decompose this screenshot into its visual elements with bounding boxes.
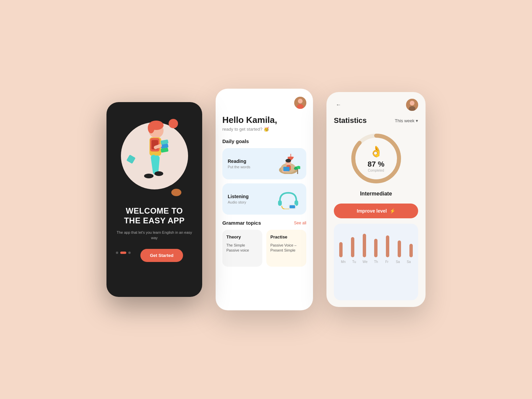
reading-label: Reading (228, 159, 274, 164)
svg-point-18 (154, 171, 163, 176)
chart-container: MnTuWeThFrSaSa (334, 224, 418, 300)
dot-3 (128, 252, 131, 254)
chart-bar-group (363, 234, 366, 257)
grammar-cards: Theory The Simple Passive voice Practise… (222, 230, 306, 267)
back-button[interactable]: ← (334, 100, 343, 109)
practise-card[interactable]: Practise Passive Voice – Present Simple (266, 230, 306, 267)
listening-illustration (274, 188, 301, 210)
this-week-button[interactable]: This week ▾ (395, 118, 418, 123)
chart-day-label: We (361, 260, 369, 264)
this-week-label: This week (395, 118, 414, 123)
theory-topic: The Simple Passive voice (226, 243, 258, 253)
welcome-title: WELCOME TOTHE EASY APP (124, 206, 185, 226)
welcome-screen: WELCOME TOTHE EASY APP The app that let'… (106, 102, 202, 297)
welcome-bottom: Get Started (116, 249, 193, 265)
chart-labels: MnTuWeThFrSaSa (339, 260, 413, 264)
chart-day-label: Fr (383, 260, 391, 264)
grammar-title: Grammar topics (222, 220, 261, 226)
welcome-content: WELCOME TOTHE EASY APP The app that let'… (106, 200, 202, 297)
listening-card-text: Listening Audio story (228, 194, 274, 204)
lightning-icon: ⚡ (390, 208, 395, 214)
stats-title: Statistics (334, 116, 367, 125)
reading-card-text: Reading Put the words (228, 159, 274, 169)
svg-point-17 (144, 174, 153, 178)
listening-goal-card[interactable]: Listening Audio story (222, 183, 306, 215)
svg-point-7 (148, 123, 154, 133)
stats-nav: ← (334, 99, 418, 111)
svg-line-14 (156, 146, 160, 147)
person-illustration (133, 121, 176, 191)
progress-section: 👌 87 % Completed Intermediate (334, 132, 418, 197)
chart-bar (374, 239, 378, 257)
chart-bar-group (409, 244, 413, 257)
practise-type: Practise (270, 234, 302, 239)
chart-bar (363, 234, 366, 257)
svg-point-26 (285, 159, 291, 162)
chart-bar (339, 242, 343, 257)
daily-goals-title: Daily goals (222, 138, 306, 144)
stats-title-row: Statistics This week ▾ (334, 116, 418, 125)
progress-percent: 87 % (367, 160, 384, 169)
welcome-dots (116, 252, 131, 254)
chevron-down-icon: ▾ (416, 118, 418, 123)
see-all-link[interactable]: See all (294, 221, 306, 225)
svg-rect-33 (278, 200, 281, 206)
svg-rect-36 (290, 205, 295, 208)
svg-rect-29 (283, 167, 289, 171)
screens-container: WELCOME TOTHE EASY APP The app that let'… (106, 89, 426, 310)
user-avatar (294, 97, 306, 109)
reading-goal-card[interactable]: Reading Put the words (222, 148, 306, 179)
theory-card[interactable]: Theory The Simple Passive voice (222, 230, 262, 267)
grammar-header: Grammar topics See all (222, 220, 306, 226)
chart-day-label: Mn (339, 260, 347, 264)
progress-level: Intermediate (360, 191, 392, 197)
chart-bar-group (351, 237, 354, 257)
get-started-button[interactable]: Get Started (140, 249, 183, 262)
chart-bar (398, 240, 401, 257)
progress-center: 👌 87 % Completed (367, 145, 384, 172)
chart-day-label: Sa (405, 260, 413, 264)
svg-point-20 (298, 99, 303, 103)
chart-bar (386, 235, 389, 257)
listening-sublabel: Audio story (228, 200, 274, 204)
stats-screen: ← Statistics This week ▾ (326, 92, 426, 307)
svg-point-38 (410, 101, 414, 105)
improve-level-button[interactable]: Improve level ⚡ (334, 204, 418, 218)
chart-bar-group (374, 239, 378, 257)
chart-day-label: Sa (394, 260, 402, 264)
theory-type: Theory (226, 234, 258, 239)
completed-label: Completed (368, 169, 384, 172)
chart-bar-group (386, 235, 389, 257)
dot-1 (116, 252, 118, 254)
chart-bar (351, 237, 354, 257)
chart-bars (339, 230, 413, 257)
progress-ring: 👌 87 % Completed (349, 132, 403, 185)
chart-bar-group (339, 242, 343, 257)
listening-label: Listening (228, 194, 274, 199)
chart-bar (409, 244, 413, 257)
welcome-illustration (118, 116, 191, 200)
greeting-title: Hello Kamila, (222, 115, 306, 125)
goals-screen: Hello Kamila, ready to get started? 🥳 Da… (216, 89, 313, 310)
chart-bar-group (398, 240, 401, 257)
reading-sublabel: Put the words (228, 165, 274, 169)
improve-label: Improve level (357, 208, 387, 214)
practise-topic: Passive Voice – Present Simple (270, 243, 302, 253)
chart-day-label: Tu (350, 260, 358, 264)
chart-day-label: Th (372, 260, 380, 264)
goals-header (222, 97, 306, 109)
dot-2-active (120, 252, 126, 254)
reading-illustration (274, 153, 301, 175)
greeting-subtitle: ready to get started? 🥳 (222, 127, 306, 132)
welcome-subtitle: The app that let's you learn English in … (116, 230, 193, 241)
ok-hand-emoji: 👌 (369, 145, 383, 158)
stats-avatar (406, 99, 418, 111)
